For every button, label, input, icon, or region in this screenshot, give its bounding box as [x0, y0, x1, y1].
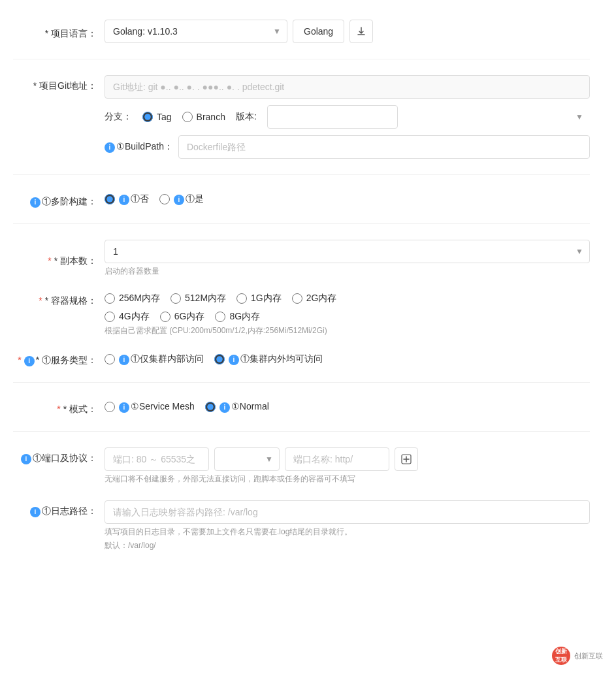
port-add-button[interactable] [395, 447, 418, 471]
spec-2g-label[interactable]: 2G内存 [292, 293, 337, 304]
golang-button[interactable]: Golang [293, 20, 344, 43]
protocol-select[interactable]: TCP UDP [214, 447, 280, 471]
replica-row: * 副本数： 1 ▼ 启动的容器数量 [13, 240, 590, 277]
port-row: i①端口及协议： TCP UDP ▼ [13, 447, 590, 485]
git-input[interactable] [105, 75, 590, 99]
watermark: 创新互联 创新互联 [552, 647, 603, 665]
spec-label: * 容器规格： [13, 293, 105, 307]
mode-options: i①Service Mesh i①Normal [105, 401, 590, 413]
spec-256-label[interactable]: 256M内存 [105, 293, 160, 304]
buildpath-info-icon: i [105, 142, 115, 153]
service-internal-radio[interactable] [105, 354, 115, 364]
git-label: * 项目Git地址： [13, 75, 105, 92]
port-name-input[interactable] [285, 447, 389, 471]
spec-512-radio[interactable] [170, 293, 181, 304]
download-icon[interactable] [349, 20, 373, 43]
spec-options-row2: 4G内存 6G内存 8G内存 [105, 311, 590, 323]
spec-1g-radio[interactable] [236, 293, 247, 304]
mode-normal-radio[interactable] [205, 402, 216, 412]
mode-row: * 模式： i①Service Mesh i①Normal [13, 398, 590, 415]
service-type-label: * i* ①服务类型： [13, 352, 105, 366]
multi-stage-content: i①否 i①是 [105, 193, 590, 205]
version-select[interactable] [267, 105, 398, 129]
spec-options-row1: 256M内存 512M内存 1G内存 2G内存 [105, 293, 590, 304]
replica-hint: 启动的容器数量 [105, 266, 590, 277]
divider-5 [13, 431, 590, 432]
mode-sm-info-icon: i [119, 402, 129, 413]
divider-3 [13, 223, 590, 224]
port-info-icon: i [21, 454, 31, 464]
branch-radio-label[interactable]: Branch [197, 112, 225, 122]
branch-radio[interactable] [182, 112, 193, 122]
protocol-select-wrapper: TCP UDP ▼ [214, 447, 280, 471]
svc-external-info-icon: i [229, 355, 239, 365]
service-type-options: i①仅集群内部访问 i①集群内外均可访问 [105, 353, 590, 365]
port-input[interactable] [105, 447, 209, 471]
multi-stage-yes-radio[interactable] [159, 194, 170, 204]
spec-4g-radio[interactable] [105, 312, 115, 322]
spec-6g-text: 6G内存 [174, 311, 205, 323]
watermark-logo: 创新互联 [552, 647, 570, 665]
port-label: i①端口及协议： [13, 447, 105, 464]
lang-row: * 项目语言： Golang: v1.10.3 ▼ Golang [13, 20, 590, 43]
multi-stage-no-label[interactable]: i①否 [105, 193, 149, 205]
lang-select[interactable]: Golang: v1.10.3 [105, 20, 287, 43]
spec-6g-label[interactable]: 6G内存 [160, 311, 205, 323]
watermark-text: 创新互联 [574, 651, 603, 661]
version-label: 版本: [236, 111, 257, 123]
multi-stage-no-radio[interactable] [105, 194, 115, 204]
mode-normal-label[interactable]: i①Normal [205, 401, 269, 413]
port-hint: 无端口将不创建服务，外部无法直接访问，跑脚本或任务的容器可不填写 [105, 474, 590, 485]
spec-8g-text: 8G内存 [229, 311, 260, 323]
svc-internal-info-icon: i [119, 355, 129, 365]
divider-1 [13, 59, 590, 59]
service-external-label[interactable]: i①集群内外均可访问 [214, 353, 323, 365]
branch-radio-group: Branch [182, 112, 225, 122]
multi-stage-yes-text: i①是 [174, 193, 204, 205]
git-content: 分支： Tag Branch 版本: ▼ [105, 75, 590, 159]
lang-select-group: Golang: v1.10.3 ▼ Golang [105, 20, 590, 43]
replica-content: 1 ▼ 启动的容器数量 [105, 240, 590, 277]
mode-service-mesh-label[interactable]: i①Service Mesh [105, 401, 195, 413]
spec-4g-label[interactable]: 4G内存 [105, 311, 150, 323]
log-label: i①日志路径： [13, 500, 105, 517]
service-internal-label[interactable]: i①仅集群内部访问 [105, 353, 204, 365]
spec-1g-label[interactable]: 1G内存 [236, 293, 282, 304]
spec-256-text: 256M内存 [119, 293, 160, 304]
spec-2g-radio[interactable] [292, 293, 302, 304]
tag-radio-label[interactable]: Tag [157, 112, 172, 122]
multi-stage-options: i①否 i①是 [105, 193, 590, 205]
mode-service-mesh-text: i①Service Mesh [119, 401, 195, 413]
multi-stage-yes-label[interactable]: i①是 [159, 193, 204, 205]
spec-4g-text: 4G内存 [119, 311, 150, 323]
spec-1g-text: 1G内存 [251, 293, 282, 304]
branch-row: 分支： Tag Branch 版本: ▼ [105, 105, 590, 129]
lang-label: * 项目语言： [13, 23, 105, 40]
spec-6g-radio[interactable] [160, 312, 170, 322]
spec-8g-label[interactable]: 8G内存 [215, 311, 260, 323]
mode-service-mesh-radio[interactable] [105, 402, 115, 412]
log-row: i①日志路径： 填写项目的日志目录，不需要加上文件名只需要在.log结尾的目录就… [13, 500, 590, 551]
log-input[interactable] [105, 500, 590, 524]
buildpath-label: i①BuildPath： [105, 141, 173, 153]
divider-2 [13, 174, 590, 175]
buildpath-input[interactable] [178, 135, 590, 159]
log-content: 填写项目的日志目录，不需要加上文件名只需要在.log结尾的目录就行。 默认：/v… [105, 500, 590, 551]
tag-radio-group: Tag [142, 112, 172, 122]
port-content: TCP UDP ▼ 无端口将不创建服务，外部无法直接访问，跑脚本或任务的容器可不… [105, 447, 590, 485]
mode-normal-info-icon: i [219, 402, 230, 413]
main-form: * 项目语言： Golang: v1.10.3 ▼ Golang * [0, 0, 616, 678]
log-info-icon: i [30, 507, 41, 517]
mode-content: i①Service Mesh i①Normal [105, 401, 590, 413]
tag-radio[interactable] [142, 112, 153, 122]
log-hint2: 默认：/var/log/ [105, 540, 590, 551]
service-external-radio[interactable] [214, 354, 225, 364]
spec-256-radio[interactable] [105, 293, 115, 304]
replica-select[interactable]: 1 [105, 240, 590, 263]
spec-512-label[interactable]: 512M内存 [170, 293, 226, 304]
lang-select-wrapper: Golang: v1.10.3 ▼ [105, 20, 287, 43]
spec-8g-radio[interactable] [215, 312, 225, 322]
service-external-text: i①集群内外均可访问 [229, 353, 323, 365]
service-type-content: i①仅集群内部访问 i①集群内外均可访问 [105, 353, 590, 365]
ms-no-info-icon: i [119, 195, 129, 205]
